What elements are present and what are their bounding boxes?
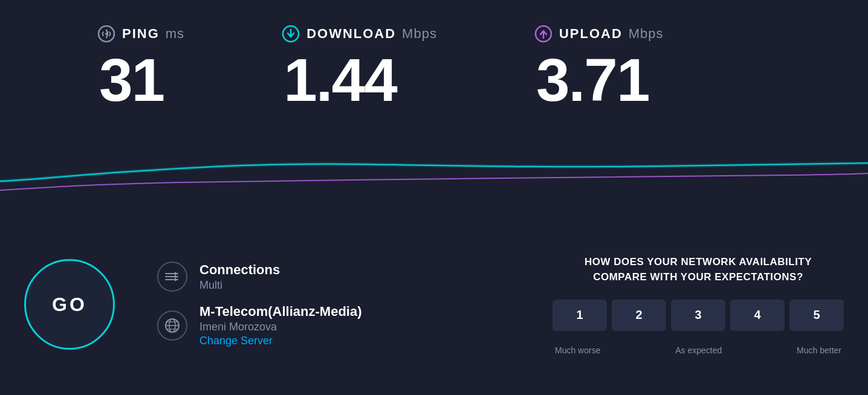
download-unit: Mbps [402,26,437,42]
change-server-link[interactable]: Change Server [199,335,362,347]
survey-options: 1 2 3 4 5 [552,300,844,331]
svg-marker-5 [175,272,178,275]
connection-info: Connections Multi M-Telecom(Allianz-Medi… [157,262,362,347]
download-label: DOWNLOAD [306,26,396,42]
download-stat: DOWNLOAD Mbps 1.44 [281,24,437,110]
upload-label-row: UPLOAD Mbps [534,24,664,43]
survey-labels: Much worse As expected Much better [552,345,844,355]
connections-icon [157,262,187,292]
survey-btn-4[interactable]: 4 [730,300,785,331]
ping-label: PING [122,26,160,42]
connections-title: Connections [199,262,280,278]
connections-text: Connections Multi [199,262,280,292]
go-button[interactable]: GO [24,259,115,350]
go-label: GO [52,294,87,316]
ping-label-row: PING ms [97,24,184,43]
survey-label-high: Much better [797,345,841,355]
survey-question: HOW DOES YOUR NETWORK AVAILABILITYCOMPAR… [585,254,812,285]
connections-row: Connections Multi [157,262,362,292]
upload-icon [534,24,553,43]
ping-icon [97,24,116,43]
survey-section: HOW DOES YOUR NETWORK AVAILABILITYCOMPAR… [552,254,844,355]
upload-stat: UPLOAD Mbps 3.71 [534,24,664,110]
download-value: 1.44 [283,50,437,110]
wave-graph [0,133,868,211]
server-row: M-Telecom(Allianz-Media) Imeni Morozova … [157,304,362,347]
survey-label-mid: As expected [675,345,722,355]
server-location: Imeni Morozova [199,321,362,333]
survey-btn-5[interactable]: 5 [789,300,844,331]
upload-value: 3.71 [536,50,664,110]
svg-marker-9 [175,278,178,281]
survey-label-low: Much worse [555,345,600,355]
bottom-section: GO Connections Multi [0,214,868,395]
survey-btn-2[interactable]: 2 [612,300,666,331]
svg-point-1 [105,33,108,35]
server-text: M-Telecom(Allianz-Media) Imeni Morozova … [199,304,362,347]
ping-stat: PING ms 31 [97,24,184,110]
connections-subtitle: Multi [199,279,280,292]
survey-btn-1[interactable]: 1 [552,300,607,331]
upload-label: UPLOAD [559,26,623,42]
ping-value: 31 [99,50,184,110]
download-icon [281,24,300,43]
svg-marker-7 [175,275,178,278]
server-name: M-Telecom(Allianz-Media) [199,304,362,320]
ping-unit: ms [166,26,184,42]
stats-row: PING ms 31 DOWNLOAD Mbps 1.44 UPLOAD Mbp… [0,0,868,110]
server-globe-icon [157,310,187,341]
survey-btn-3[interactable]: 3 [671,300,725,331]
upload-unit: Mbps [629,26,664,42]
download-label-row: DOWNLOAD Mbps [281,24,437,43]
